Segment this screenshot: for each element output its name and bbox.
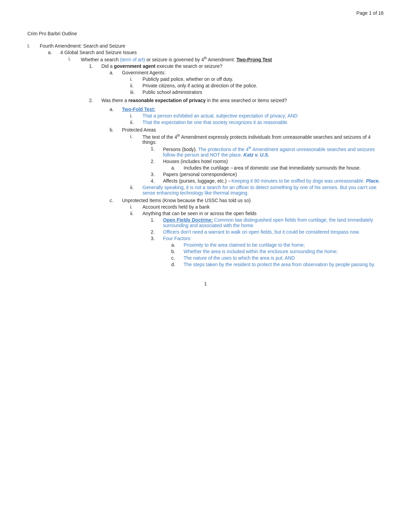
section-d-steps-label: d.: [171, 262, 182, 267]
section-b-protected-text: Protected Areas: [122, 127, 384, 133]
section-a-curtilage: a. Includes the curtilage→area of domest…: [171, 165, 384, 171]
n4-affects-arrow: →: [227, 178, 232, 184]
section-c-nature-text: The nature of the uses to which the area…: [184, 255, 384, 261]
n2-text1: Was there a: [101, 98, 128, 103]
section-3-fourfactors-label: 3.: [151, 236, 161, 241]
section-1-gov-content: Did a government agent execute the searc…: [101, 63, 384, 69]
section-i-twofold-label: i.: [130, 113, 140, 119]
section-2-houses-label: 2.: [151, 159, 161, 164]
section-a-gov: a. Government Agents:: [110, 70, 384, 75]
section-b-whether-label: b.: [171, 249, 182, 254]
section-1-persons-label: 1.: [151, 146, 161, 158]
section-ii-generally: ii. Generally speaking, it is not a sear…: [130, 185, 384, 196]
n1-openfields-link: Open Fields Doctrine:: [163, 217, 213, 223]
section-ii-priv: ii. Private citizens, only if acting at …: [130, 83, 384, 88]
n4-affects-blue: Keeping it 90 minutes to be sniffed by d…: [232, 178, 366, 184]
outline: I. Fourth Amendment: Search and Seizure …: [27, 43, 384, 267]
section-iii-pub-label: iii.: [130, 89, 140, 95]
section-1-persons: 1. Persons (body). The protections of th…: [151, 146, 384, 158]
i1-term: (term of art): [120, 57, 145, 62]
section-a-twofold-content: Two-Fold Test:: [122, 107, 384, 112]
a-curtilage-text1: Includes the curtilage: [184, 165, 229, 171]
section-a-twofold: a. Two-Fold Test:: [110, 107, 384, 112]
section-b-protected: b. Protected Areas: [110, 127, 384, 133]
a-twofold-link: Two-Fold Test:: [122, 107, 155, 112]
section-i-account-label: i.: [130, 204, 140, 210]
section-I-label: I.: [27, 43, 38, 49]
n1-text2: execute the search or seizure?: [155, 63, 222, 69]
section-4-affects-content: Affects (purses, luggage, etc.)→Keeping …: [163, 178, 384, 184]
section-3-papers: 3. Papers (personal correspondence): [151, 172, 384, 177]
i1-text3: Amendment:: [207, 57, 236, 62]
section-c-unprotected-text: Unprotected Items (Know because the USSC…: [122, 198, 384, 203]
section-i-twofold: i. That a person exhibited an actual, su…: [130, 113, 384, 119]
section-b-protected-label: b.: [110, 127, 120, 133]
section-i-protected: i. The text of the 4th Amendment express…: [130, 134, 384, 145]
section-3-papers-text: Papers (personal correspondence): [163, 172, 384, 177]
i1-text-plain: Whether a search: [81, 57, 120, 62]
i1-sup: th: [204, 56, 207, 60]
a-curtilage-arrow: →: [229, 165, 234, 171]
section-i-twofold-text: That a person exhibited an actual, subje…: [142, 113, 384, 119]
section-a-twofold-label: a.: [110, 107, 120, 112]
n1-text1: Did a: [101, 63, 114, 69]
doc-title: Crim Pro Barbri Outline: [27, 31, 384, 36]
section-ii-generally-label: ii.: [130, 185, 140, 196]
n1-persons-blue1: The protections of the 4: [198, 147, 248, 152]
section-ii-twofold-text: That the expectation be one that society…: [142, 120, 384, 125]
n2-bold: reasonable expectation of privacy: [128, 98, 206, 103]
section-b-whether-text: Whether the area is included within the …: [184, 249, 384, 254]
section-c-nature-label: c.: [171, 255, 182, 261]
section-1-persons-content: Persons (body). The protections of the 4…: [163, 146, 384, 158]
section-a-curtilage-content: Includes the curtilage→area of domestic …: [184, 165, 384, 171]
section-c-unprotected: c. Unprotected Items (Know because the U…: [110, 198, 384, 203]
section-2-privacy-label: 2.: [89, 98, 99, 103]
n1-persons-plain: Persons (body).: [163, 147, 198, 152]
section-i-pub-label: i.: [130, 76, 140, 82]
section-I: I. Fourth Amendment: Search and Seizure: [27, 43, 384, 49]
n1-persons-italic: Katz v. U.S.: [244, 152, 269, 158]
section-3-fourfactors-text: Four Factors:: [163, 236, 384, 241]
n1-persons-sup: th: [249, 146, 251, 150]
section-ii-priv-text: Private citizens, only if acting at dire…: [142, 83, 384, 88]
section-2-officers: 2. Officers don't need a warrant to walk…: [151, 229, 384, 235]
section-2-privacy: 2. Was there a reasonable expectation of…: [89, 98, 384, 103]
section-i-account: i. Account records held by a bank: [130, 204, 384, 210]
n1-bold: government agent: [114, 63, 155, 69]
page-footer: 1: [27, 281, 384, 286]
page-number: Page 1 of 16: [357, 10, 384, 16]
i1-text2: or seizure is governed by 4: [145, 57, 204, 62]
section-ii-priv-label: ii.: [130, 83, 140, 88]
section-ii-openfields-text: Anything that can be seen in or across t…: [142, 211, 384, 216]
i1-bold-underline: Two-Prong Test: [236, 57, 272, 62]
section-a-title: 4 Global Search and Seizure Issues: [60, 50, 384, 55]
section-3-fourfactors: 3. Four Factors:: [151, 236, 384, 241]
section-1-openfields-content: Open Fields Doctrine: Common law disting…: [163, 217, 384, 228]
section-a-gov-text: Government Agents:: [122, 70, 384, 75]
n4-affects-italic: Place.: [366, 178, 380, 184]
section-i-protected-label: i.: [130, 134, 140, 145]
section-b-whether: b. Whether the area is included within t…: [171, 249, 384, 254]
section-3-papers-label: 3.: [151, 172, 161, 177]
section-d-steps: d. The steps taken by the resident to pr…: [171, 262, 384, 267]
section-2-privacy-content: Was there a reasonable expectation of pr…: [101, 98, 384, 103]
section-1-openfields-label: 1.: [151, 217, 161, 228]
section-iii-pub-text: Public school administrators: [142, 89, 384, 95]
section-a-curtilage-label: a.: [171, 165, 182, 171]
section-i1: i. Whether a search (term of art) or sei…: [68, 56, 384, 62]
section-i-pub: i. Publicly paid police, whether on or o…: [130, 76, 384, 82]
section-c-nature: c. The nature of the uses to which the a…: [171, 255, 384, 261]
section-4-affects-label: 4.: [151, 178, 161, 184]
n2-text2: in the area searched or items seized?: [206, 98, 287, 103]
section-a-proximity: a. Proximity to the area claimed to be c…: [171, 242, 384, 248]
section-1-openfields: 1. Open Fields Doctrine: Common law dist…: [151, 217, 384, 228]
section-1-gov-label: 1.: [89, 63, 99, 69]
i-protected-text1: The text of the 4: [142, 134, 177, 139]
section-ii-twofold: ii. That the expectation be one that soc…: [130, 120, 384, 125]
section-d-steps-text: The steps taken by the resident to prote…: [184, 262, 384, 267]
section-a-proximity-text: Proximity to the area claimed to be curt…: [184, 242, 384, 248]
section-c-unprotected-label: c.: [110, 198, 120, 203]
section-I-title: Fourth Amendment: Search and Seizure: [40, 43, 384, 49]
section-i1-label: i.: [68, 56, 79, 62]
section-i-pub-text: Publicly paid police, whether on or off …: [142, 76, 384, 82]
